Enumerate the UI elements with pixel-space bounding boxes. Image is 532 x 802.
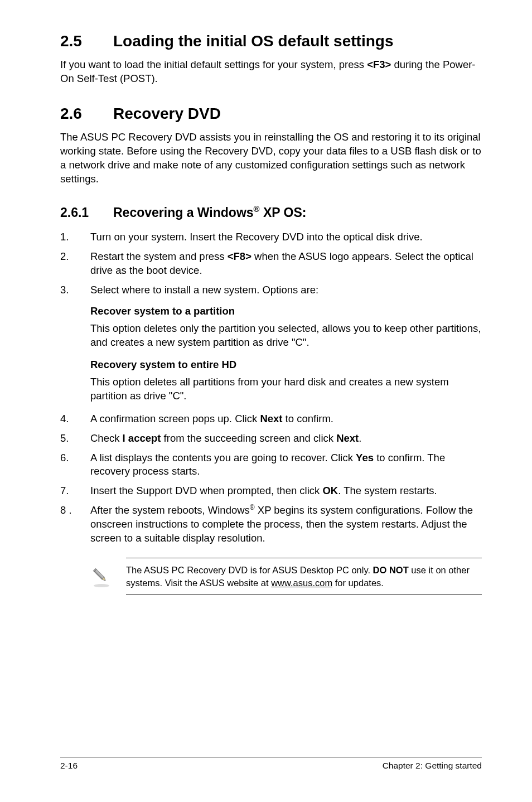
recovery-options: Recover system to a partition This optio… (90, 305, 482, 403)
chapter-label: Chapter 2: Getting started (383, 761, 482, 771)
steps-list-b: 4. A confirmation screen pops up. Click … (60, 412, 482, 546)
page-number: 2-16 (60, 761, 78, 771)
steps-list-a: 1. Turn on your system. Insert the Recov… (60, 230, 482, 297)
section-title: Loading the initial OS default settings (113, 32, 393, 50)
section-2-6-body: The ASUS PC Recovery DVD assists you in … (60, 131, 482, 186)
section-number: 2.6 (60, 105, 113, 123)
svg-rect-1 (94, 569, 104, 579)
list-item: 8 . After the system reboots, Windows® X… (60, 504, 482, 545)
pencil-icon (90, 566, 113, 588)
subsection-number: 2.6.1 (60, 205, 113, 220)
subsection-heading-2-6-1: 2.6.1 Recovering a Windows® XP OS: (60, 205, 482, 220)
section-heading-2-6: 2.6 Recovery DVD (60, 105, 482, 123)
list-item: 4. A confirmation screen pops up. Click … (60, 412, 482, 426)
list-item: 3. Select where to install a new system.… (60, 283, 482, 297)
list-item: 5. Check I accept from the succeeding sc… (60, 432, 482, 446)
section-2-5-body: If you want to load the initial default … (60, 58, 482, 86)
section-title: Recovery DVD (113, 105, 221, 123)
section-heading-2-5: 2.5 Loading the initial OS default setti… (60, 32, 482, 50)
option-text: This option deletes only the partition y… (90, 322, 482, 350)
option-heading: Recovery system to entire HD (90, 359, 482, 371)
list-item: 2. Restart the system and press <F8> whe… (60, 250, 482, 278)
section-number: 2.5 (60, 32, 113, 50)
page-footer: 2-16 Chapter 2: Getting started (60, 757, 482, 771)
list-item: 7. Insert the Support DVD when prompted,… (60, 484, 482, 498)
note-text: The ASUS PC Recovery DVD is for ASUS Des… (126, 558, 482, 595)
option-heading: Recover system to a partition (90, 305, 482, 317)
svg-point-0 (94, 584, 109, 587)
option-text: This option deletes all partitions from … (90, 375, 482, 403)
list-item: 1. Turn on your system. Insert the Recov… (60, 230, 482, 244)
list-item: 6. A list displays the contents you are … (60, 451, 482, 479)
subsection-title: Recovering a Windows® XP OS: (113, 205, 307, 220)
note-callout: The ASUS PC Recovery DVD is for ASUS Des… (90, 558, 482, 595)
